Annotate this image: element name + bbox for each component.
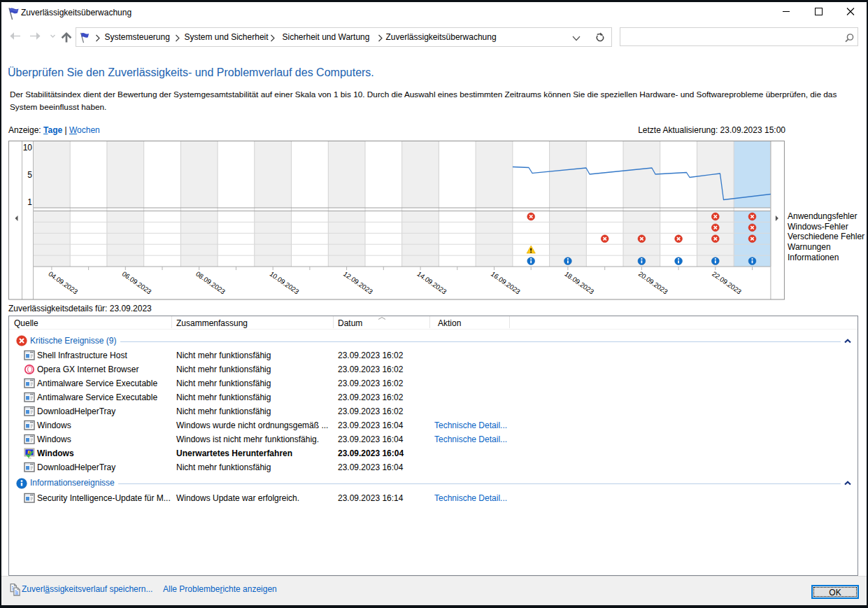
svg-text:5: 5 xyxy=(27,170,32,180)
svg-text:10: 10 xyxy=(23,143,33,153)
svg-text:1: 1 xyxy=(27,197,32,207)
